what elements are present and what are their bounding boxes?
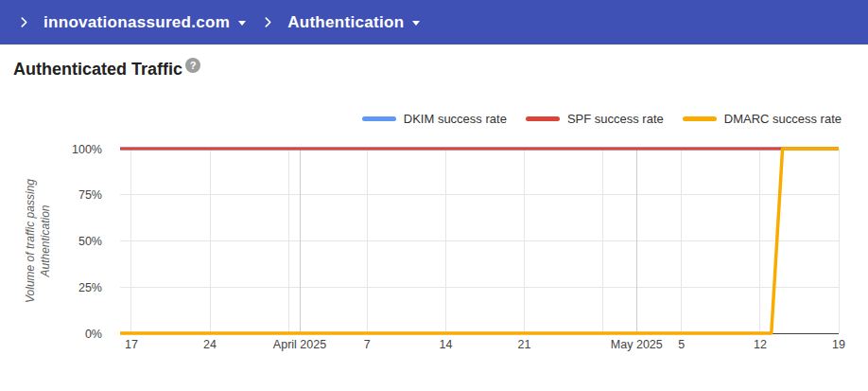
spf-line-swatch-icon: [526, 116, 560, 121]
section-selector-dropdown[interactable]: Authentication: [287, 13, 420, 32]
svg-text:May 2025: May 2025: [611, 338, 663, 351]
svg-text:Volume of traffic passing: Volume of traffic passing: [24, 179, 37, 303]
legend-item-dmarc: DMARC success rate: [683, 112, 842, 126]
legend-label-dmarc: DMARC success rate: [724, 112, 842, 126]
svg-text:7: 7: [364, 338, 371, 351]
dropdown-caret-icon: [412, 21, 420, 26]
dkim-line-swatch-icon: [362, 116, 396, 121]
legend-label-dkim: DKIM success rate: [404, 112, 507, 126]
legend-item-dkim: DKIM success rate: [362, 112, 507, 126]
section-selector-label: Authentication: [287, 13, 404, 32]
svg-text:75%: 75%: [78, 188, 102, 202]
chevron-right-icon: [17, 15, 31, 29]
domain-selector-label: innovationassured.com: [43, 13, 230, 32]
svg-text:24: 24: [203, 338, 217, 351]
page-header: Authenticated Traffic ?: [13, 59, 200, 80]
legend-item-spf: SPF success rate: [526, 112, 664, 126]
domain-selector-dropdown[interactable]: innovationassured.com: [43, 13, 246, 32]
page-title: Authenticated Traffic: [13, 59, 182, 80]
svg-text:14: 14: [439, 338, 452, 351]
svg-text:21: 21: [518, 338, 531, 351]
svg-text:17: 17: [125, 338, 138, 351]
top-navigation-bar: innovationassured.com Authentication: [0, 0, 868, 44]
svg-text:Authentication: Authentication: [39, 204, 52, 277]
svg-text:5: 5: [678, 338, 685, 351]
authenticated-traffic-chart: 0%25%50%75%100%1724April 202571421May 20…: [0, 133, 868, 369]
help-icon[interactable]: ?: [185, 58, 200, 73]
dropdown-caret-icon: [238, 21, 246, 26]
svg-text:25%: 25%: [78, 281, 102, 294]
chevron-right-icon: [261, 15, 275, 29]
legend-label-spf: SPF success rate: [567, 112, 664, 126]
svg-text:100%: 100%: [72, 143, 102, 156]
svg-text:12: 12: [754, 338, 767, 351]
svg-text:April 2025: April 2025: [273, 338, 326, 351]
svg-text:50%: 50%: [78, 235, 102, 248]
svg-text:19: 19: [832, 338, 845, 351]
chart-legend: DKIM success rate SPF success rate DMARC…: [362, 112, 842, 126]
dmarc-line-swatch-icon: [683, 116, 717, 121]
svg-text:0%: 0%: [85, 328, 102, 341]
